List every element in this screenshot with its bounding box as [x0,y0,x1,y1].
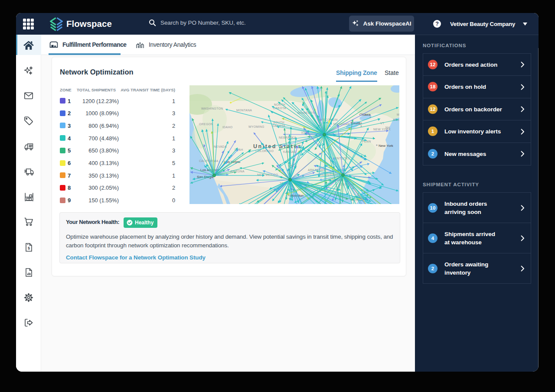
svg-text:New York: New York [379,144,394,148]
svg-text:IDAHO: IDAHO [222,126,233,129]
svg-text:WYOMING: WYOMING [248,125,264,128]
svg-text:MAINI: MAINI [397,113,399,116]
svg-text:MICHIGAN: MICHIGAN [333,123,349,126]
svg-text:NEVADA: NEVADA [214,145,227,148]
svg-text:$: $ [28,246,30,250]
svg-text:MONTANA: MONTANA [236,109,252,112]
svg-text:NH: NH [385,126,390,129]
svg-text:WASHINGTON: WASHINGTON [201,107,223,110]
svg-text:SOUTH: SOUTH [273,121,284,124]
svg-text:OREGON: OREGON [199,123,213,126]
